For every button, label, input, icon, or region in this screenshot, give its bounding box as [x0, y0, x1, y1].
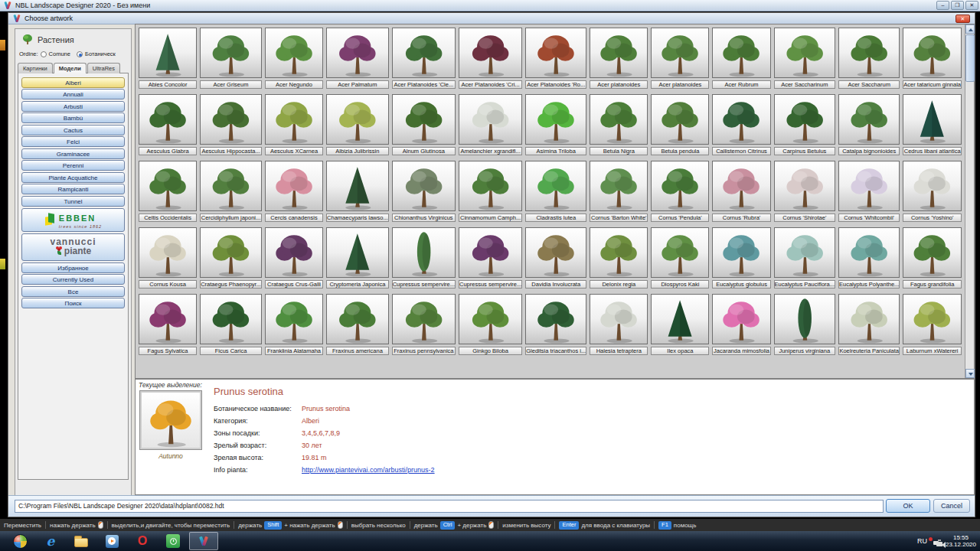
plant-item-crataegus-phaenopyr[interactable]: Crataegus Phaenopyr...: [200, 227, 262, 289]
plant-item-alnum-glutinosa[interactable]: Alnum Glutinosa: [392, 94, 456, 155]
plant-item-acer-platanoides[interactable]: Acer platanoides: [651, 28, 709, 89]
plant-item-acer-rubrum[interactable]: Acer Rubrum: [712, 28, 770, 89]
recorder-icon[interactable]: [158, 532, 188, 550]
plant-item-cornus-shirotae[interactable]: Cornus 'Shirotae': [774, 161, 835, 222]
plant-item-cinnamomum-camph[interactable]: Cinnamomum Camph...: [459, 161, 522, 222]
tab-pictures[interactable]: Картинки: [18, 63, 53, 73]
plant-item-fraxinus-pennsylvanica[interactable]: Fraxinus pennsylvanica: [392, 294, 456, 355]
sidebar-button-currently-used[interactable]: Currently Used: [21, 274, 125, 285]
cancel-button[interactable]: Cancel: [933, 499, 970, 513]
plant-item-halesia-tetraptera[interactable]: Halesia tetraptera: [590, 294, 648, 355]
plant-item-celtis-occidentalis[interactable]: Celtis Occidentalis: [139, 161, 197, 222]
tab-models[interactable]: Модели: [54, 63, 87, 73]
minimize-button[interactable]: –: [936, 1, 949, 10]
plant-item-cercis-canadensis[interactable]: Cercis canadensis: [265, 161, 323, 222]
sidebar-button-поиск[interactable]: Поиск: [21, 298, 125, 308]
plant-item-ficus-carica[interactable]: Ficus Carica: [200, 294, 262, 355]
category-bamb[interactable]: Bambù: [21, 112, 125, 123]
plant-item-acer-saccharinum[interactable]: Acer Saccharinum: [774, 28, 835, 89]
plant-item-cupressus-sempervire[interactable]: Cupressus sempervire...: [392, 227, 456, 289]
plant-item-amelanchier-xgrandifl[interactable]: Amelanchier xgrandifl...: [459, 94, 522, 155]
radio-comune[interactable]: [41, 51, 47, 57]
scroll-up-button[interactable]: [965, 24, 975, 34]
sidebar-button-избранное[interactable]: Избранное: [21, 262, 125, 273]
radio-botanical[interactable]: [77, 51, 83, 57]
plant-item-cornus-rubra[interactable]: Cornus 'Rubra': [712, 161, 770, 222]
taskbar-clock[interactable]: 15:55 23.12.2020: [946, 534, 976, 548]
ebben-button[interactable]: EBBEN trees since 1862: [21, 208, 125, 232]
plant-item-cladrastis-lutea[interactable]: Cladrastis lutea: [525, 161, 586, 222]
plant-item-cornus-whitcombii[interactable]: Cornus 'Whitcombii': [838, 161, 900, 222]
plant-item-ginkgo-biloba[interactable]: Ginkgo Biloba: [459, 294, 522, 355]
plant-item-cornus-kousa[interactable]: Cornus Kousa: [139, 227, 197, 289]
plant-item-koelreuteria-paniculata[interactable]: Koelreuteria Paniculata: [838, 294, 900, 355]
scrollbar-track[interactable]: [965, 24, 974, 378]
category-piante-acquatiche[interactable]: Piante Acquatiche: [21, 172, 125, 183]
plant-item-betula-pendula[interactable]: Betula pendula: [651, 94, 709, 155]
plant-item-acer-platanoides-cle[interactable]: Acer Platanoides 'Cle...: [392, 28, 456, 89]
plant-item-carpinus-betulus[interactable]: Carpinus Betulus: [774, 94, 835, 155]
plant-item-aesculus-hippocasta[interactable]: Aesculus Hippocasta...: [200, 94, 262, 155]
plant-item-acer-tataricum-ginnala[interactable]: Acer tataricum ginnala: [903, 28, 962, 89]
scroll-thumb[interactable]: [965, 34, 975, 82]
file-path-field[interactable]: C:\Program Files\NBL Landscape Designer …: [15, 500, 884, 513]
plant-item-fagus-grandifolia[interactable]: Fagus grandifolia: [903, 227, 962, 289]
plant-item-cupressus-sempervire[interactable]: Cupressus sempervire...: [459, 227, 522, 289]
vannucci-button[interactable]: vannucci piante: [21, 233, 125, 261]
plant-info-link[interactable]: http://www.piantevivai.com/arbusti/prunu…: [302, 464, 435, 476]
plant-item-diospyros-kaki[interactable]: Diospyros Kaki: [651, 227, 709, 289]
dialog-close-button[interactable]: ✕: [956, 15, 970, 23]
plant-item-cryptomeria-japonica[interactable]: Cryptomeria Japonica: [326, 227, 389, 289]
plant-item-eucalyptus-polyanthe[interactable]: Eucalyptus Polyanthe...: [838, 227, 900, 289]
plant-item-chionanthus-virginicus[interactable]: Chionanthus Virginicus: [392, 161, 456, 222]
plant-item-abies-concolor[interactable]: Abies Concolor: [139, 28, 197, 89]
plant-item-davidia-involucrata[interactable]: Davidia Involucrata: [525, 227, 586, 289]
plant-item-jacaranda-mimosfolia[interactable]: Jacaranda mimosfolia: [712, 294, 770, 355]
language-indicator[interactable]: RU: [917, 537, 927, 545]
plant-item-catalpa-bignonioides[interactable]: Catalpa bignonioides: [838, 94, 900, 155]
plant-item-cedrus-libani-atlantica[interactable]: Cedrus libani atlantica: [903, 94, 962, 155]
tab-ultrares[interactable]: UltraRes: [87, 63, 120, 73]
media-player-icon[interactable]: [97, 532, 126, 550]
maximize-button[interactable]: ❐: [951, 1, 964, 10]
ok-button[interactable]: OK: [886, 499, 930, 513]
plant-item-betula-nigra[interactable]: Betula Nigra: [590, 94, 648, 155]
plant-item-delonix-regia[interactable]: Delonix regia: [590, 227, 648, 289]
plant-item-cornus-pendula[interactable]: Cornus 'Pendula': [651, 161, 709, 222]
category-tunnel[interactable]: Tunnel: [21, 196, 125, 207]
category-annuali[interactable]: Annuali: [21, 89, 125, 99]
plant-item-aesculus-glabra[interactable]: Aesculus Glabra: [139, 94, 197, 155]
plant-item-aesculus-xcarnea[interactable]: Aesculus XCarnea: [265, 94, 323, 155]
plant-item-acer-saccharum[interactable]: Acer Saccharum: [838, 28, 900, 89]
plant-item-chamaecyparis-lawso[interactable]: Chamaecyparis lawso...: [326, 161, 389, 222]
plant-item-juniperus-virginiana[interactable]: Juniperus virginiana: [774, 294, 835, 355]
plant-item-cornus-yoshino[interactable]: Cornus 'Yoshino': [903, 161, 962, 222]
category-graminacee[interactable]: Graminacee: [21, 148, 125, 159]
plant-item-cornus-barton-white[interactable]: Cornus 'Barton White': [590, 161, 648, 222]
internet-explorer-icon[interactable]: e: [36, 532, 65, 550]
plant-item-franklinia-alatamaha[interactable]: Franklinia Alatamaha: [265, 294, 323, 355]
plant-item-acer-negundo[interactable]: Acer Negundo: [265, 28, 323, 89]
plant-item-ilex-opaca[interactable]: Ilex opaca: [651, 294, 709, 355]
plant-item-acer-palmatum[interactable]: Acer Palmatum: [326, 28, 389, 89]
plant-item-acer-platanoides[interactable]: Acer platanoides: [590, 28, 648, 89]
plant-item-laburnum-xwatereri[interactable]: Laburnum xWatereri: [903, 294, 962, 355]
nbl-icon[interactable]: [189, 532, 218, 550]
plant-item-eucalyptus-pauciflora[interactable]: Eucalyptus Pauciflora...: [774, 227, 835, 289]
plant-item-eucalyptus-globulus[interactable]: Eucalyptus globulus: [712, 227, 770, 289]
plant-item-callistemon-citrinus[interactable]: Callistemon Citrinus: [712, 94, 770, 155]
plant-item-cercidiphyllum-japoni[interactable]: Cercidiphyllum japoni...: [200, 161, 262, 222]
plant-item-albizia-julibrissin[interactable]: Albizia Julibrissin: [326, 94, 389, 155]
category-cactus[interactable]: Cactus: [21, 125, 125, 135]
plant-item-acer-griseum[interactable]: Acer Griseum: [200, 28, 262, 89]
category-alberi[interactable]: Alberi: [21, 77, 125, 88]
plant-item-acer-platanoides-cri[interactable]: Acer Platanoides 'Cri...: [459, 28, 522, 89]
scroll-down-button[interactable]: [965, 369, 975, 378]
close-button[interactable]: ✕: [965, 1, 978, 10]
plant-item-fraxinus-americana[interactable]: Fraxinus americana: [326, 294, 389, 355]
plant-item-crataegus-crus-galli[interactable]: Crataegus Crus-Galli: [265, 227, 323, 289]
category-rampicanti[interactable]: Rampicanti: [21, 184, 125, 194]
start-icon[interactable]: [5, 532, 34, 550]
plant-item-asimina-triloba[interactable]: Asimina Triloba: [525, 94, 586, 155]
sidebar-button-все[interactable]: Все: [21, 286, 125, 297]
